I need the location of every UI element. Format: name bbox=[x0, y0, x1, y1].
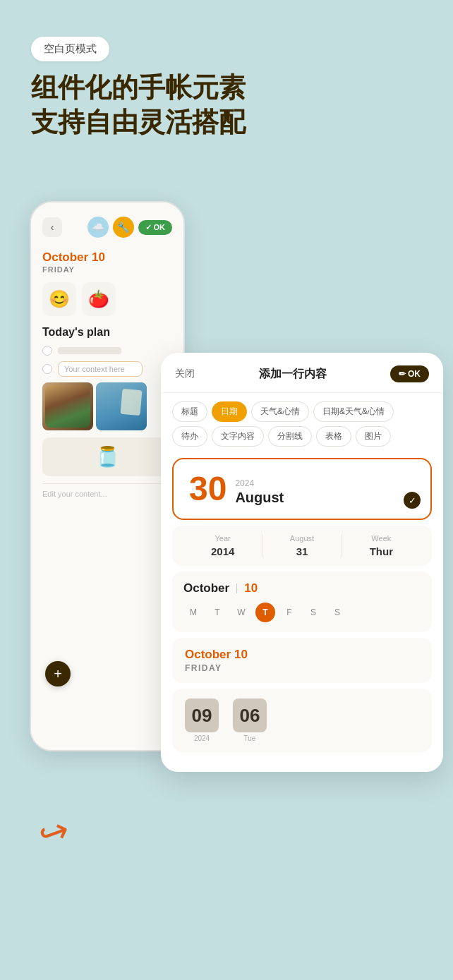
week-month: October bbox=[183, 581, 229, 595]
flip-clock-card: 09 2024 06 Tue bbox=[172, 689, 432, 752]
photo-food-1 bbox=[42, 382, 93, 430]
phone-date-header: October 10 FRIDAY bbox=[42, 250, 172, 274]
week-day-num: 10 bbox=[244, 581, 258, 595]
grid-label-year: Year bbox=[183, 534, 262, 543]
grid-label-month: August bbox=[262, 534, 341, 543]
grid-value-year: 2014 bbox=[183, 545, 262, 557]
big-date-number: 30 bbox=[189, 472, 226, 506]
phone-date-main: October 10 bbox=[42, 250, 172, 265]
oct-friday-sub: FRIDAY bbox=[185, 663, 419, 673]
tag-table[interactable]: 表格 bbox=[316, 426, 351, 447]
jar-icon: 🫙 bbox=[95, 445, 120, 468]
week-cal-header: October 10 bbox=[183, 581, 421, 595]
small-date-grid: Year 2014 August 31 Week Thur bbox=[172, 526, 432, 566]
plan-radio-1[interactable] bbox=[42, 346, 52, 356]
plan-item-1 bbox=[42, 346, 172, 356]
tag-todo[interactable]: 待办 bbox=[172, 426, 207, 447]
big-date-year: 2024 bbox=[235, 478, 284, 488]
flip-hour: 09 bbox=[185, 698, 219, 732]
grid-label-week: Week bbox=[342, 534, 421, 543]
page-wrapper: 空白页模式 组件化的手帐元素 支持自由灵活搭配 ‹ ☁️ 🔧 ✓ OK bbox=[0, 0, 453, 980]
sticker-tomato: 🍅 bbox=[82, 282, 116, 316]
panel: 关闭 添加一行内容 ✏ OK 标题 日期 天气&心情 日期&天气&心情 待办 文… bbox=[161, 353, 443, 772]
add-button[interactable]: + bbox=[45, 661, 71, 686]
ok-button[interactable]: ✓ OK bbox=[138, 220, 173, 235]
wrench-icon: 🔧 bbox=[113, 217, 134, 238]
mode-badge: 空白页模式 bbox=[31, 37, 109, 61]
big-date-month: August bbox=[235, 490, 284, 506]
hero-title: 组件化的手帐元素 支持自由灵活搭配 bbox=[31, 71, 422, 140]
panel-header: 关闭 添加一行内容 ✏ OK bbox=[161, 353, 443, 393]
week-day-S2: S bbox=[327, 603, 347, 622]
todays-plan-title: Today's plan bbox=[42, 326, 172, 339]
flip-weekday-label: Tue bbox=[244, 734, 256, 742]
week-separator bbox=[236, 583, 237, 593]
oct-friday-main: October 10 bbox=[185, 648, 419, 662]
flip-minute-group: 06 Tue bbox=[233, 698, 267, 742]
flip-year-label: 2024 bbox=[194, 734, 210, 742]
phone-date-day: FRIDAY bbox=[42, 265, 172, 274]
week-day-M: M bbox=[183, 603, 203, 622]
tag-date-weather-mood[interactable]: 日期&天气&心情 bbox=[313, 401, 394, 422]
grid-cell-year: Year 2014 bbox=[183, 534, 262, 557]
tag-text[interactable]: 文字内容 bbox=[212, 426, 264, 447]
photo-food-2 bbox=[96, 382, 147, 430]
topbar-icons: ☁️ 🔧 ✓ OK bbox=[87, 217, 173, 238]
highlight-section: 🫙 bbox=[42, 437, 172, 476]
week-day-T1: T bbox=[207, 603, 227, 622]
flip-hour-group: 09 2024 bbox=[185, 698, 219, 742]
week-day-S1: S bbox=[303, 603, 323, 622]
plan-radio-2[interactable] bbox=[42, 364, 52, 374]
edit-footer-text: Edit your content... bbox=[42, 490, 107, 498]
grid-cell-week: Week Thur bbox=[342, 534, 421, 557]
grid-value-week: Thur bbox=[342, 545, 421, 557]
tag-weather-mood[interactable]: 天气&心情 bbox=[251, 401, 309, 422]
arrow-decoration: ↩ bbox=[32, 809, 74, 857]
week-day-W: W bbox=[231, 603, 251, 622]
context-input[interactable]: Your context here bbox=[58, 361, 143, 377]
panel-close-btn[interactable]: 关闭 bbox=[175, 368, 195, 380]
tag-divider[interactable]: 分割线 bbox=[268, 426, 312, 447]
big-date-text: 2024 August bbox=[235, 478, 284, 506]
grid-cell-month: August 31 bbox=[262, 534, 342, 557]
big-date-card: 30 2024 August ✓ bbox=[172, 458, 432, 520]
tag-photo[interactable]: 图片 bbox=[356, 426, 391, 447]
check-icon: ✓ bbox=[404, 492, 421, 509]
grid-value-month: 31 bbox=[262, 545, 341, 557]
week-calendar: October 10 M T W T F S S bbox=[172, 571, 432, 632]
edit-footer: Edit your content... bbox=[42, 483, 172, 498]
panel-ok-btn[interactable]: ✏ OK bbox=[390, 365, 429, 382]
cloud-icon: ☁️ bbox=[87, 217, 109, 238]
plan-line-1 bbox=[58, 347, 121, 354]
panel-title: 添加一行内容 bbox=[259, 367, 327, 382]
back-button[interactable]: ‹ bbox=[42, 217, 62, 237]
week-day-T-today: T bbox=[255, 603, 275, 622]
sticker-smiley: 😊 bbox=[42, 282, 76, 316]
plan-item-2: Your context here bbox=[42, 361, 172, 377]
tag-row: 标题 日期 天气&心情 日期&天气&心情 待办 文字内容 分割线 表格 图片 bbox=[161, 393, 443, 452]
week-day-F: F bbox=[279, 603, 299, 622]
photo-grid bbox=[42, 382, 172, 430]
sticker-row: 😊 🍅 bbox=[42, 282, 172, 316]
phone-topbar: ‹ ☁️ 🔧 ✓ OK bbox=[42, 217, 172, 238]
oct-friday-card: October 10 FRIDAY bbox=[172, 638, 432, 683]
flip-minute: 06 bbox=[233, 698, 267, 732]
tag-title[interactable]: 标题 bbox=[172, 401, 207, 422]
tag-date[interactable]: 日期 bbox=[212, 401, 247, 422]
week-days-row: M T W T F S S bbox=[183, 603, 421, 622]
